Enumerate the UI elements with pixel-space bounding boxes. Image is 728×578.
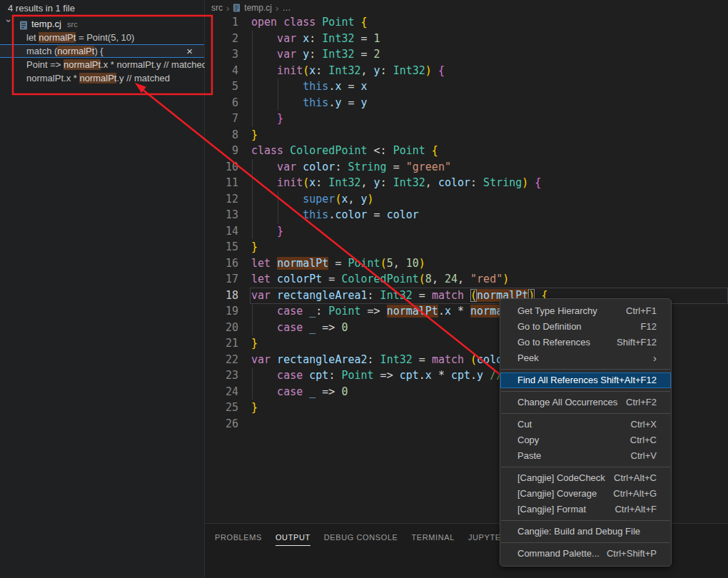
token: y xyxy=(355,193,368,206)
menu-item-find-all-references[interactable]: Find All ReferencesShift+Alt+F12 xyxy=(500,372,671,388)
token: Point xyxy=(387,144,425,157)
token: 2 xyxy=(374,48,380,61)
token: = xyxy=(368,208,387,221)
code-line[interactable]: 8} xyxy=(205,127,728,143)
chevron-down-icon[interactable]: › xyxy=(2,19,16,28)
token: var xyxy=(251,32,296,45)
menu-item-label: Get Type Hierarchy xyxy=(517,303,597,319)
code-line[interactable]: 13 this.color = color xyxy=(205,207,728,223)
line-number: 13 xyxy=(205,207,238,223)
context-menu: Get Type HierarchyCtrl+F1Go to Definitio… xyxy=(500,298,672,567)
menu-item-label: Go to References xyxy=(517,335,590,350)
menu-separator xyxy=(501,369,670,370)
token: , xyxy=(457,273,464,285)
panel-tab-output[interactable]: OUTPUT xyxy=(275,533,310,546)
panel-tab-problems[interactable]: PROBLEMS xyxy=(215,533,262,546)
token: open class xyxy=(251,16,315,29)
code-line[interactable]: 14 } xyxy=(205,223,728,240)
breadcrumb-item-temp-cj[interactable]: temp.cj xyxy=(244,3,272,13)
token: 0 xyxy=(341,321,348,334)
token: . xyxy=(419,369,425,382)
code-text: open class Point { xyxy=(251,14,368,31)
menu-item-cangjie-coverage[interactable]: [Cangjie] CoverageCtrl+Alt+G xyxy=(500,486,671,502)
code-text: } xyxy=(251,239,258,255)
menu-item-shortcut: Ctrl+V xyxy=(631,448,657,464)
code-line[interactable]: 2 var x: Int32 = 1 xyxy=(205,31,728,47)
menu-item-shortcut: Shift+Alt+F12 xyxy=(600,372,657,388)
menu-item-change-all-occurrences[interactable]: Change All OccurrencesCtrl+F2 xyxy=(500,395,671,410)
menu-item-label: [Cangjie] CodeCheck xyxy=(517,470,605,486)
code-line[interactable]: 7 } xyxy=(205,111,728,127)
menu-item-shortcut: Ctrl+F2 xyxy=(626,395,657,410)
token: } xyxy=(251,128,258,141)
code-line[interactable]: 5 this.x = x xyxy=(205,78,728,95)
line-number: 16 xyxy=(205,255,238,272)
line-number: 19 xyxy=(205,303,238,320)
menu-item-shortcut: Ctrl+X xyxy=(631,417,657,432)
search-result-row[interactable]: normalPt.x * normalPt.y // matched xyxy=(0,71,204,85)
code-text: var y: Int32 = 2 xyxy=(251,46,380,63)
code-text: init(x: Int32, y: Int32, color: String) … xyxy=(251,175,541,191)
menu-item-go-to-definition[interactable]: Go to DefinitionF12 xyxy=(500,319,671,335)
token: . xyxy=(470,369,477,382)
code-line[interactable]: 15} xyxy=(205,239,728,255)
search-result-row[interactable]: match (normalPt) {× xyxy=(0,44,204,58)
vscode-window: 4 results in 1 file › temp.cj src let no… xyxy=(0,0,728,578)
breadcrumb[interactable]: src›temp.cj›… xyxy=(211,1,290,14)
line-number: 12 xyxy=(205,191,238,208)
token: } xyxy=(251,225,283,238)
token: } xyxy=(251,337,258,350)
menu-item-cangjie-codecheck[interactable]: [Cangjie] CodeCheckCtrl+Alt+C xyxy=(500,470,671,486)
menu-item-get-type-hierarchy[interactable]: Get Type HierarchyCtrl+F1 xyxy=(500,303,671,319)
token: , xyxy=(361,64,368,77)
code-line[interactable]: 3 var y: Int32 = 2 xyxy=(205,46,728,63)
token: , xyxy=(432,273,438,285)
code-line[interactable]: 16let normalPt = Point(5, 10) xyxy=(205,255,728,272)
code-line[interactable]: 10 var color: String = "green" xyxy=(205,159,728,176)
token: y xyxy=(477,369,483,382)
menu-item-cangjie-format[interactable]: [Cangjie] FormatCtrl+Alt+F xyxy=(500,502,671,517)
token: ) xyxy=(502,273,509,285)
menu-item-go-to-references[interactable]: Go to ReferencesShift+F12 xyxy=(500,335,671,350)
menu-item-cangjie-build-and-debug-file[interactable]: Cangjie: Build and Debug File xyxy=(500,524,671,539)
breadcrumb-item-src[interactable]: src xyxy=(211,3,223,13)
code-text: var rectangleArea2: Int32 = match (color… xyxy=(251,352,541,368)
code-line[interactable]: 6 this.y = y xyxy=(205,95,728,111)
menu-item-label: Command Palette... xyxy=(517,546,600,562)
file-result-row[interactable]: › temp.cj src xyxy=(0,17,204,31)
line-number: 6 xyxy=(205,95,238,111)
token: color xyxy=(335,208,367,221)
menu-item-command-palette[interactable]: Command Palette...Ctrl+Shift+P xyxy=(500,546,671,562)
token: = xyxy=(322,273,341,285)
search-results-panel: 4 results in 1 file › temp.cj src let no… xyxy=(0,0,205,578)
code-line[interactable]: 1open class Point { xyxy=(205,14,728,31)
dismiss-result-icon[interactable]: × xyxy=(186,44,193,58)
menu-item-paste[interactable]: PasteCtrl+V xyxy=(500,448,671,464)
menu-item-shortcut: F12 xyxy=(641,319,657,335)
menu-item-copy[interactable]: CopyCtrl+C xyxy=(500,432,671,448)
code-line[interactable]: 12 super(x, y) xyxy=(205,191,728,208)
search-result-row[interactable]: let normalPt = Point(5, 10) xyxy=(0,31,204,44)
token: { xyxy=(528,176,541,189)
code-line[interactable]: 11 init(x: Int32, y: Int32, color: Strin… xyxy=(205,175,728,191)
menu-item-peek[interactable]: Peek› xyxy=(500,350,671,366)
token: = xyxy=(413,353,432,366)
code-line[interactable]: 17let colorPt = ColoredPoint(8, 24, "red… xyxy=(205,271,728,288)
panel-tab-debug-console[interactable]: DEBUG CONSOLE xyxy=(324,533,398,546)
breadcrumb-item-[interactable]: … xyxy=(282,3,290,13)
token: 5 xyxy=(387,257,393,270)
panel-tab-terminal[interactable]: TERMINAL xyxy=(412,533,455,546)
search-match-highlight: normalPt xyxy=(57,46,94,56)
token: "green" xyxy=(406,161,451,173)
code-line[interactable]: 4 init(x: Int32, y: Int32) { xyxy=(205,63,728,79)
code-line[interactable]: 9class ColoredPoint <: Point { xyxy=(205,143,728,159)
menu-item-cut[interactable]: CutCtrl+X xyxy=(500,417,671,432)
token: , xyxy=(393,257,400,270)
code-text: let colorPt = ColoredPoint(8, 24, "red") xyxy=(251,271,509,288)
token: , xyxy=(348,193,354,206)
token: String xyxy=(477,176,522,189)
search-match-highlight: normalPt xyxy=(79,73,116,83)
token: x xyxy=(425,369,432,382)
search-result-row[interactable]: Point => normalPt.x * normalPt.y // matc… xyxy=(0,58,204,71)
result-text: match ( xyxy=(26,46,57,56)
